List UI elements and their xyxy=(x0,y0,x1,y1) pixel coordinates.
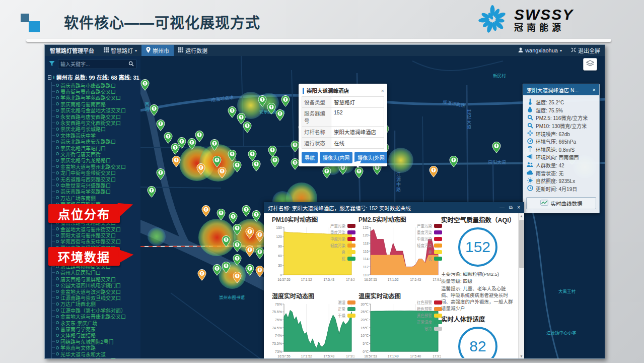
tree-item[interactable]: 无名道路与西郊路交叉口 xyxy=(51,176,140,182)
tree-item[interactable]: 崇庆南路与蜀南西路 xyxy=(51,101,140,107)
tree-item[interactable]: 光华大道与永和大道 xyxy=(51,351,140,357)
tree-item[interactable]: 永安西路与文化西街交叉口 xyxy=(51,119,140,126)
streetlight-marker[interactable] xyxy=(201,205,210,219)
user-menu[interactable]: wangxiaohua ▾ xyxy=(514,45,566,56)
streetlight-marker[interactable] xyxy=(245,246,254,259)
tree-item[interactable]: 学苑西街与永安中路交叉口 xyxy=(51,238,140,245)
tree-item[interactable]: 永安东-崇庆广场 xyxy=(51,320,140,326)
tree-item[interactable]: 崇庆北路与唐安东路路口 xyxy=(51,139,140,145)
exit-fullscreen-button[interactable]: 退出全屏 xyxy=(566,45,605,56)
streetlight-marker[interactable] xyxy=(196,163,205,177)
tree-item[interactable]: 金盆地大道与蜀州北路交叉口 xyxy=(51,163,140,169)
streetlight-marker[interactable] xyxy=(243,122,252,135)
tree-item[interactable]: 晋康南与学苑东 xyxy=(51,326,140,332)
tree-item[interactable]: 光华大道与羊马湿地公园 xyxy=(51,357,140,359)
tree-item[interactable]: 江源南路与崇双旦线交叉口 xyxy=(51,294,140,300)
streetlight-marker[interactable] xyxy=(172,156,181,169)
streetlight-marker[interactable] xyxy=(267,103,276,116)
map-layers-button[interactable] xyxy=(583,58,597,71)
tree-item[interactable]: 文体路与团结路 xyxy=(51,332,140,338)
streetlight-marker[interactable] xyxy=(156,168,165,182)
streetlight-marker[interactable] xyxy=(195,131,204,144)
search-icon[interactable] xyxy=(128,59,134,69)
scroll-up-icon[interactable]: ▲ xyxy=(519,213,524,219)
popup-button-1[interactable]: 摄像头(内网 xyxy=(320,152,352,163)
tree-item[interactable]: 中胜世家与兴盛路路口 xyxy=(51,182,140,188)
streetlight-marker[interactable] xyxy=(156,119,165,133)
popup-close-icon[interactable]: × xyxy=(381,88,384,94)
streetlight-marker[interactable] xyxy=(245,264,254,278)
streetlight-marker[interactable] xyxy=(218,167,227,180)
tree-item[interactable]: 万达广场西北侧 xyxy=(51,301,140,307)
streetlight-marker[interactable] xyxy=(429,166,438,179)
tree-item[interactable]: 文井街与唐安西街 xyxy=(51,151,140,157)
tree-item[interactable]: 龙门中街与金带街交叉口 xyxy=(51,169,140,175)
tree-item[interactable]: 崇庆北路与长城路口 xyxy=(51,126,140,132)
tree-root[interactable]: − 崇州市 总数: 99 在线: 68 离线: 31 xyxy=(45,71,140,82)
streetlight-marker[interactable] xyxy=(210,139,219,153)
maximize-button[interactable]: ⧉ xyxy=(509,205,513,211)
tree-item[interactable]: 崇州人民医院门口 xyxy=(51,270,140,276)
panel-scrollbar[interactable]: ▲ ▼ xyxy=(518,213,524,359)
tree-item[interactable]: 金盆地大道与蜀州街交叉口 xyxy=(51,226,140,232)
tree-item[interactable]: 文体路崇庆中学 xyxy=(51,132,140,138)
popup-button-2[interactable]: 摄像头(外网 xyxy=(354,152,387,163)
streetlight-marker[interactable] xyxy=(245,227,254,241)
streetlight-marker[interactable] xyxy=(217,209,226,222)
streetlight-marker[interactable] xyxy=(281,95,290,109)
streetlight-marker[interactable] xyxy=(233,240,242,254)
streetlight-marker[interactable] xyxy=(322,167,331,180)
streetlight-marker[interactable] xyxy=(255,266,264,279)
tree-item[interactable]: 崇庆北路汽车站门口 xyxy=(51,145,140,151)
streetlight-marker[interactable] xyxy=(147,186,156,200)
popup-button-0[interactable]: 导航 xyxy=(302,152,318,163)
streetlight-marker[interactable] xyxy=(233,161,242,174)
tree-item[interactable]: 学苑南与文体路 xyxy=(51,344,140,350)
streetlight-marker[interactable] xyxy=(140,79,150,93)
tree-item[interactable]: 崇庆北路与金盆地大道交叉口 xyxy=(51,107,140,113)
environment-panel-close-icon[interactable]: × xyxy=(593,87,596,93)
streetlight-marker[interactable] xyxy=(258,95,267,109)
streetlight-marker[interactable] xyxy=(212,264,222,278)
tree-item[interactable]: 崇阳大道与蜀州路交叉口 xyxy=(51,232,140,238)
streetlight-marker[interactable] xyxy=(270,156,279,169)
streetlight-marker[interactable] xyxy=(252,160,261,173)
realtime-curve-button[interactable]: 实时曲线数据 xyxy=(526,197,596,209)
tree-item[interactable]: 公园大道四川机电学院门口 xyxy=(51,282,140,288)
streetlight-marker[interactable] xyxy=(255,248,264,261)
tree-item[interactable]: 永安西路与唐安西路交叉口 xyxy=(51,113,140,119)
scroll-down-icon[interactable]: ▼ xyxy=(519,353,524,359)
tree-item[interactable]: 金盆地大道与滨河路交叉口 xyxy=(51,288,140,294)
streetlight-marker[interactable] xyxy=(242,205,251,219)
tree-item[interactable]: 万达广场东南侧 xyxy=(51,195,140,201)
streetlight-marker[interactable] xyxy=(228,106,237,120)
tree-item[interactable]: 崇庆南路与小康西路路口 xyxy=(51,82,140,88)
streetlight-marker[interactable] xyxy=(177,137,186,151)
tree-item[interactable]: 金盆地大道与晋康北路交叉口 xyxy=(51,313,140,319)
streetlight-marker[interactable] xyxy=(150,104,159,118)
streetlight-marker[interactable] xyxy=(222,262,231,275)
streetlight-marker[interactable] xyxy=(255,230,264,244)
minimize-button[interactable]: — xyxy=(499,205,505,211)
streetlight-marker[interactable] xyxy=(233,254,242,268)
filter-icon[interactable] xyxy=(49,59,55,69)
streetlight-marker[interactable] xyxy=(492,142,501,155)
streetlight-marker[interactable] xyxy=(449,156,458,169)
tree-item[interactable]: 学苑北路与学苑西路交叉口 xyxy=(51,95,140,101)
close-button[interactable]: × xyxy=(517,205,520,211)
tree-item[interactable]: 唐安西路与景屏路交叉口 xyxy=(51,276,140,282)
tree-item[interactable]: 崇庆南路与学苑路路口 xyxy=(51,189,140,195)
streetlight-marker[interactable] xyxy=(197,269,206,283)
streetlight-marker[interactable] xyxy=(233,224,242,237)
search-input[interactable] xyxy=(60,62,128,67)
streetlight-marker[interactable] xyxy=(275,109,284,123)
nav-item-0[interactable]: 智慧路灯▾ xyxy=(99,45,141,56)
scroll-thumb[interactable] xyxy=(519,220,524,268)
tree-item[interactable]: 江源中路（第七小学斜对面） xyxy=(51,307,140,313)
nav-item-1[interactable]: 崇州市 xyxy=(141,45,174,56)
streetlight-marker[interactable] xyxy=(252,210,261,224)
nav-item-2[interactable]: 运行数据 xyxy=(174,45,212,56)
tree-item[interactable]: 蜀南街与蜀南西路交叉口 xyxy=(51,88,140,94)
streetlight-marker[interactable] xyxy=(233,272,242,285)
streetlight-marker[interactable] xyxy=(222,235,231,249)
